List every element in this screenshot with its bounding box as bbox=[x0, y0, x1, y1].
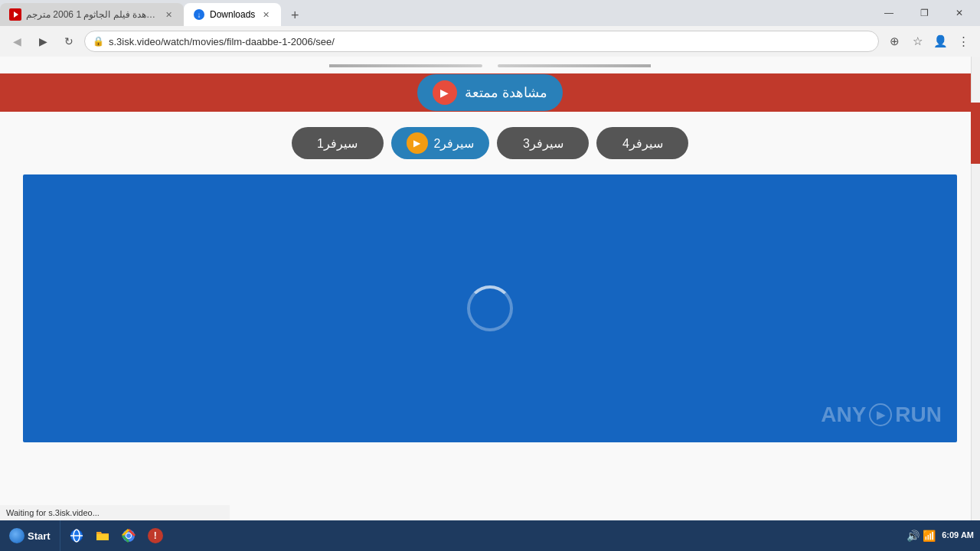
browser-window: مشاهدة فيلم الجاثوم 1 2006 مترجم ✕ ↓ Dow… bbox=[0, 0, 980, 520]
toolbar-icons: ⊕ ☆ 👤 ⋮ bbox=[884, 31, 974, 52]
watermark: ANY ▶ RUN bbox=[821, 403, 942, 427]
status-bar: Waiting for s.3isk.video... bbox=[0, 505, 230, 520]
back-button[interactable]: ◀ bbox=[6, 31, 28, 52]
minimize-button[interactable]: — bbox=[871, 0, 906, 26]
forward-button[interactable]: ▶ bbox=[32, 31, 54, 52]
url-text: s.3isk.video/watch/movies/film-daabbe-1-… bbox=[109, 36, 871, 47]
taskbar-right: 🔊 📶 6:09 AM bbox=[900, 530, 980, 542]
chrome-icon bbox=[122, 529, 136, 543]
server-2-button[interactable]: سيرفر2 ▶ bbox=[391, 127, 490, 159]
tab-1[interactable]: مشاهدة فيلم الجاثوم 1 2006 مترجم ✕ bbox=[0, 3, 184, 26]
menu-icon[interactable]: ⋮ bbox=[952, 31, 974, 52]
server-1-label: سيرفر1 bbox=[317, 136, 358, 151]
bookmark-icon[interactable]: ☆ bbox=[906, 31, 928, 52]
new-tab-button[interactable]: + bbox=[284, 5, 305, 26]
taskbar-ie-icon[interactable] bbox=[64, 523, 90, 548]
ie-icon bbox=[70, 529, 83, 543]
windows-orb-icon bbox=[9, 528, 24, 543]
watermark-play-icon: ▶ bbox=[869, 403, 892, 426]
folder-icon bbox=[96, 529, 109, 543]
clock: 6:09 AM bbox=[942, 530, 974, 541]
server-3-label: سيرفر3 bbox=[523, 136, 564, 151]
video-player[interactable]: ANY ▶ RUN bbox=[23, 174, 957, 442]
sys-tray: 🔊 📶 bbox=[906, 530, 936, 542]
taskbar-apps: ! bbox=[60, 520, 901, 551]
title-bar: مشاهدة فيلم الجاثوم 1 2006 مترجم ✕ ↓ Dow… bbox=[0, 0, 980, 26]
maximize-button[interactable]: ❐ bbox=[906, 0, 942, 26]
window-controls: — ❐ ✕ bbox=[871, 0, 980, 26]
address-bar: ◀ ▶ ↻ 🔒 s.3isk.video/watch/movies/film-d… bbox=[0, 26, 980, 57]
red-bar: مشاهدة ممتعة ▶ bbox=[0, 73, 980, 112]
play-circle-icon: ▶ bbox=[433, 80, 457, 105]
scrollbar-thumb[interactable] bbox=[971, 103, 980, 164]
taskbar-folder-icon[interactable] bbox=[90, 523, 116, 548]
volume-icon[interactable]: 🔊 bbox=[906, 530, 920, 542]
top-bar-right bbox=[329, 64, 482, 67]
watermark-run: RUN bbox=[895, 403, 942, 427]
scrollbar-track[interactable] bbox=[971, 57, 980, 520]
server-3-button[interactable]: سيرفر3 bbox=[497, 127, 589, 159]
start-label: Start bbox=[28, 530, 51, 542]
svg-point-9 bbox=[126, 533, 131, 538]
server-4-button[interactable]: سيرفر4 bbox=[596, 127, 688, 159]
server-4-label: سيرفر4 bbox=[622, 136, 663, 151]
reload-button[interactable]: ↻ bbox=[58, 31, 80, 52]
server-buttons: سيرفر4 سيرفر3 سيرفر2 ▶ سيرفر1 bbox=[0, 127, 980, 159]
clock-time: 6:09 AM bbox=[942, 530, 974, 541]
taskbar: Start bbox=[0, 520, 980, 551]
server-2-play-icon: ▶ bbox=[407, 132, 428, 154]
taskbar-chrome-icon[interactable] bbox=[116, 523, 142, 548]
svg-text:↓: ↓ bbox=[198, 11, 201, 19]
watch-button[interactable]: مشاهدة ممتعة ▶ bbox=[417, 74, 563, 111]
security-icon: 🔒 bbox=[93, 36, 104, 47]
account-icon[interactable]: 👤 bbox=[929, 31, 951, 52]
alert-icon: ! bbox=[148, 528, 163, 543]
top-decorative-bars bbox=[0, 57, 980, 67]
tab-2[interactable]: ↓ Downloads ✕ bbox=[184, 3, 281, 26]
tab-2-close[interactable]: ✕ bbox=[260, 8, 272, 21]
taskbar-alert-icon[interactable]: ! bbox=[142, 523, 169, 548]
status-text: Waiting for s.3isk.video... bbox=[6, 508, 100, 517]
tab-favicon-video bbox=[9, 8, 21, 21]
start-button[interactable]: Start bbox=[0, 520, 60, 551]
watch-button-label: مشاهدة ممتعة bbox=[465, 84, 547, 101]
server-1-button[interactable]: سيرفر1 bbox=[292, 127, 384, 159]
tab-favicon-download: ↓ bbox=[193, 8, 205, 21]
network-icon[interactable]: 📶 bbox=[923, 530, 936, 542]
watermark-any: ANY bbox=[821, 403, 866, 427]
tab-1-close[interactable]: ✕ bbox=[162, 8, 175, 21]
tab-1-title: مشاهدة فيلم الجاثوم 1 2006 مترجم bbox=[26, 9, 158, 20]
server-2-label: سيرفر2 bbox=[434, 136, 475, 151]
page-content: مشاهدة ممتعة ▶ سيرفر4 سيرفر3 سيرفر2 ▶ سي… bbox=[0, 57, 980, 520]
cast-icon[interactable]: ⊕ bbox=[884, 31, 905, 52]
tab-2-title: Downloads bbox=[210, 9, 255, 20]
loading-spinner bbox=[467, 285, 513, 331]
url-bar[interactable]: 🔒 s.3isk.video/watch/movies/film-daabbe-… bbox=[84, 31, 879, 52]
close-button[interactable]: ✕ bbox=[942, 0, 977, 26]
tabs-area: مشاهدة فيلم الجاثوم 1 2006 مترجم ✕ ↓ Dow… bbox=[0, 0, 871, 26]
top-bar-left bbox=[498, 64, 651, 67]
